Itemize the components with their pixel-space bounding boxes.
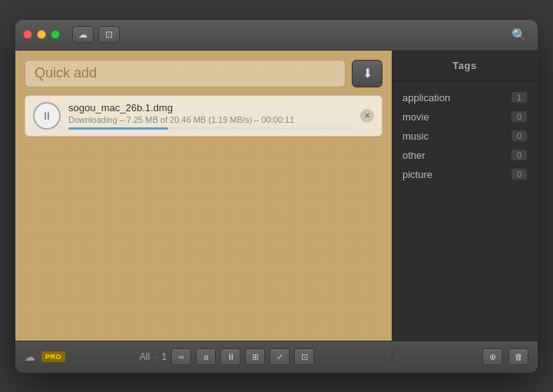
download-progress-bar [68,127,353,130]
loop-icon: ∞ [178,352,184,361]
tag-count-movie: 0 [512,111,527,122]
tag-count-other: 0 [512,150,527,160]
add-download-button[interactable]: ⊕ [482,348,502,365]
separator-dot: · [154,351,157,362]
search-button[interactable]: 🔍 [508,24,530,45]
left-panel: ⬇ ⏸ sogou_mac_26b.1.dmg Downloading – 7.… [15,51,392,341]
cloud-icon: ☁ [78,29,88,40]
pause-all-icon: ⏸ [227,352,235,361]
tag-name-picture: picture [402,169,505,180]
tag-item-music[interactable]: music 0 [399,129,530,143]
right-panel: Tags application 1 movie 0 music 0 other [392,51,538,341]
maximize-button[interactable] [51,30,60,39]
tag-item-movie[interactable]: movie 0 [399,110,530,124]
cloud-status-icon: ☁ [25,351,35,363]
tags-header: Tags [392,51,538,81]
alpha-button[interactable]: a [196,348,216,365]
loop-button[interactable]: ∞ [171,348,191,365]
download-pause-button[interactable]: ⏸ [33,102,61,130]
close-button[interactable] [23,30,32,39]
pause-all-button[interactable]: ⏸ [220,348,240,365]
download-remove-button[interactable]: ✕ [360,109,374,123]
trash-icon: 🗑 [515,352,523,361]
alpha-icon: a [204,352,208,361]
download-status: Downloading – 7.25 MB of 20.46 MB (1.19 … [68,115,353,124]
bottom-bar: ☁ PRO All · 1 ∞ a ⏸ ⊞ ✓ [15,341,538,373]
download-progress-fill [68,127,168,130]
check-button[interactable]: ✓ [270,348,290,365]
download-item: ⏸ sogou_mac_26b.1.dmg Downloading – 7.25… [25,95,382,137]
download-filename: sogou_mac_26b.1.dmg [68,102,353,114]
tag-count-application: 1 [512,92,527,103]
download-info: sogou_mac_26b.1.dmg Downloading – 7.25 M… [68,102,353,130]
main-content: ⬇ ⏸ sogou_mac_26b.1.dmg Downloading – 7.… [15,51,538,341]
grid-button[interactable]: ⊞ [245,348,265,365]
count-label: 1 [162,351,167,362]
download-icon: ⬇ [363,66,373,81]
box-icon: ⊡ [301,352,308,362]
toolbar-icons: ☁ ⊡ [72,26,120,43]
pause-icon: ⏸ [41,110,52,122]
check-icon: ✓ [276,352,283,362]
tag-name-application: application [402,92,505,104]
bottom-right-section: ⊕ 🗑 [392,348,538,365]
tags-title: Tags [452,60,476,71]
box-button[interactable]: ⊡ [294,348,314,365]
pro-badge: PRO [41,351,65,362]
quick-add-input[interactable] [25,60,346,87]
tags-list: application 1 movie 0 music 0 other 0 pi… [392,81,538,191]
minimize-button[interactable] [37,30,46,39]
search-icon: 🔍 [512,28,527,42]
quick-add-bar: ⬇ [25,60,382,87]
add-icon: ⊕ [489,352,496,362]
tag-name-movie: movie [402,111,505,123]
close-icon: ✕ [364,111,370,120]
tag-count-music: 0 [512,130,527,141]
delete-download-button[interactable]: 🗑 [508,348,528,365]
tag-item-other[interactable]: other 0 [399,148,530,163]
monitor-icon: ⊡ [105,29,113,40]
tag-count-picture: 0 [512,169,527,180]
tag-item-picture[interactable]: picture 0 [399,167,530,182]
grid-icon: ⊞ [252,352,259,362]
quick-add-button[interactable]: ⬇ [352,60,382,87]
tag-name-other: other [402,150,505,161]
cloud-toolbar-button[interactable]: ☁ [72,26,94,43]
traffic-lights [23,30,60,39]
monitor-toolbar-button[interactable]: ⊡ [98,26,120,43]
tag-item-application[interactable]: application 1 [399,91,530,105]
bottom-left-section: ☁ PRO All · 1 ∞ a ⏸ ⊞ ✓ [15,348,392,365]
summary-label: All [140,351,150,362]
app-window: ☁ ⊡ 🔍 ⬇ ⏸ [15,20,538,373]
titlebar: ☁ ⊡ 🔍 [15,20,538,51]
tag-name-music: music [402,130,505,142]
